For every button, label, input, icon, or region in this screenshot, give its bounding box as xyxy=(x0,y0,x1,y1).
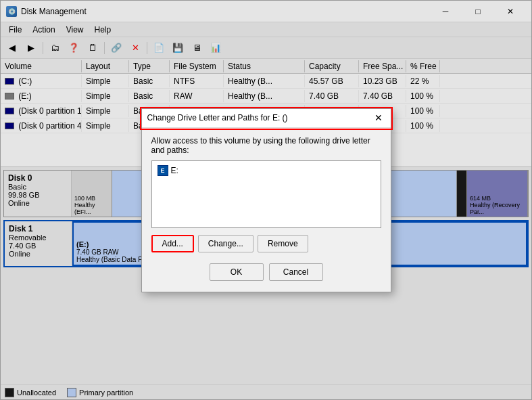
dialog-title: Change Drive Letter and Paths for E: () xyxy=(147,113,288,123)
listbox-item-label: E: xyxy=(171,166,178,175)
change-button[interactable]: Change... xyxy=(198,235,253,252)
dialog-footer: OK Cancel xyxy=(151,259,381,284)
main-window: 💿 Disk Management ─ □ ✕ File Action View… xyxy=(0,0,532,400)
dialog-close-button[interactable]: ✕ xyxy=(372,111,385,125)
dialog-description: Allow access to this volume by using the… xyxy=(151,136,381,155)
dialog-action-buttons: Add... Change... Remove xyxy=(151,235,381,252)
remove-button[interactable]: Remove xyxy=(258,235,308,252)
modal-overlay: Change Drive Letter and Paths for E: () … xyxy=(1,1,531,399)
listbox-item[interactable]: E E: xyxy=(155,164,378,177)
change-drive-letter-dialog: Change Drive Letter and Paths for E: () … xyxy=(141,108,391,292)
drive-letter-icon: E xyxy=(158,165,168,176)
ok-button[interactable]: OK xyxy=(210,263,264,281)
dialog-body: Allow access to this volume by using the… xyxy=(142,128,391,292)
cancel-button[interactable]: Cancel xyxy=(269,263,323,281)
add-button[interactable]: Add... xyxy=(151,235,194,252)
drive-letter-listbox[interactable]: E E: xyxy=(151,160,381,228)
dialog-titlebar: Change Drive Letter and Paths for E: () … xyxy=(142,109,391,128)
